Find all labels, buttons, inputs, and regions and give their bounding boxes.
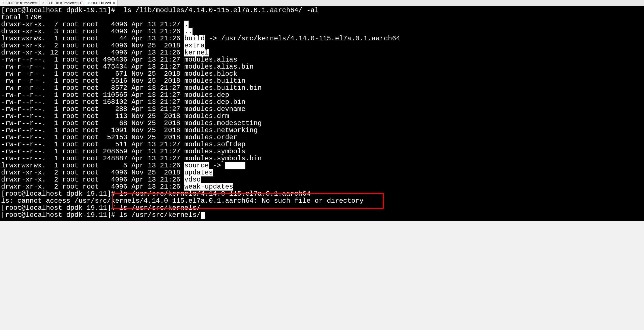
terminal-line: [root@localhost dpdk-19.11]# ls /lib/mod…	[1, 7, 643, 14]
status-bar	[0, 221, 644, 222]
terminal-line: -rw-r--r--. 1 root root 511 Apr 13 21:27…	[1, 141, 643, 148]
terminal-line: drwxr-xr-x. 2 root root 4096 Apr 13 21:2…	[1, 176, 643, 183]
terminal-line: -rw-r--r--. 1 root root 110565 Apr 13 21…	[1, 91, 643, 99]
terminal-line: -rw-r--r--. 1 root root 1091 Nov 25 2018…	[1, 127, 643, 134]
terminal-line: lrwxrwxrwx. 1 root root 5 Apr 13 21:26 s…	[1, 162, 643, 169]
terminal-line: -rw-r--r--. 1 root root 8572 Apr 13 21:2…	[1, 84, 643, 91]
terminal-line: ls: cannot access /usr/src/kernels/4.14.…	[1, 197, 643, 204]
terminal-line: -rw-r--r--. 1 root root 208659 Apr 13 21…	[1, 148, 643, 155]
tab-label: 10.10.16.81ironictest	[6, 1, 37, 5]
terminal-line: drwxr-xr-x. 2 root root 4096 Apr 13 21:2…	[1, 183, 643, 190]
check-icon: ✔	[87, 1, 90, 5]
tab-label: 10.10.16.229	[91, 1, 111, 5]
terminal-line: [root@localhost dpdk-19.11]# ls /usr/src…	[1, 204, 643, 211]
terminal-line: drwxr-xr-x. 7 root root 4096 Apr 13 21:2…	[1, 21, 643, 28]
check-icon: ✔	[2, 1, 5, 5]
terminal-line: -rw-r--r--. 1 root root 6516 Nov 25 2018…	[1, 77, 643, 84]
terminal-line: -rw-r--r--. 1 root root 288 Apr 13 21:27…	[1, 106, 643, 113]
tab-2[interactable]: ✔10.10.16.229×	[85, 0, 118, 6]
check-icon: ✔	[42, 1, 45, 5]
terminal-line: -rw-r--r--. 1 root root 68 Nov 25 2018 m…	[1, 120, 643, 127]
terminal-line: drwxr-xr-x. 12 root root 4096 Apr 13 21:…	[1, 49, 643, 56]
terminal-line: -rw-r--r--. 1 root root 490436 Apr 13 21…	[1, 56, 643, 63]
tab-bar: ✔10.10.16.81ironictest✔10.10.16.81ironic…	[0, 0, 644, 6]
terminal-line: -rw-r--r--. 1 root root 248887 Apr 13 21…	[1, 155, 643, 162]
cursor	[201, 212, 205, 219]
terminal-line: -rw-r--r--. 1 root root 113 Nov 25 2018 …	[1, 113, 643, 120]
tab-1[interactable]: ✔10.10.16.81ironictest (1)	[40, 0, 85, 6]
terminal-line: -rw-r--r--. 1 root root 52153 Nov 25 201…	[1, 134, 643, 141]
terminal-line: total 1796	[1, 14, 643, 21]
tab-0[interactable]: ✔10.10.16.81ironictest	[0, 0, 40, 6]
terminal-line: drwxr-xr-x. 2 root root 4096 Nov 25 2018…	[1, 169, 643, 176]
close-icon[interactable]: ×	[113, 1, 115, 5]
terminal-line: -rw-r--r--. 1 root root 168102 Apr 13 21…	[1, 99, 643, 106]
terminal-line: -rw-r--r--. 1 root root 475434 Apr 13 21…	[1, 63, 643, 70]
tab-label: 10.10.16.81ironictest (1)	[46, 1, 82, 5]
terminal-line: drwxr-xr-x. 2 root root 4096 Nov 25 2018…	[1, 42, 643, 49]
terminal-line: [root@localhost dpdk-19.11]# ls /usr/src…	[1, 190, 643, 197]
terminal-line: -rw-r--r--. 1 root root 671 Nov 25 2018 …	[1, 70, 643, 77]
terminal-output[interactable]: [root@localhost dpdk-19.11]# ls /lib/mod…	[0, 6, 644, 221]
terminal-line: lrwxrwxrwx. 1 root root 44 Apr 13 21:26 …	[1, 35, 643, 42]
terminal-line: [root@localhost dpdk-19.11]# ls /usr/src…	[1, 211, 643, 219]
terminal-line: drwxr-xr-x. 3 root root 4096 Apr 13 21:2…	[1, 28, 643, 35]
app-container: ✔10.10.16.81ironictest✔10.10.16.81ironic…	[0, 0, 644, 222]
